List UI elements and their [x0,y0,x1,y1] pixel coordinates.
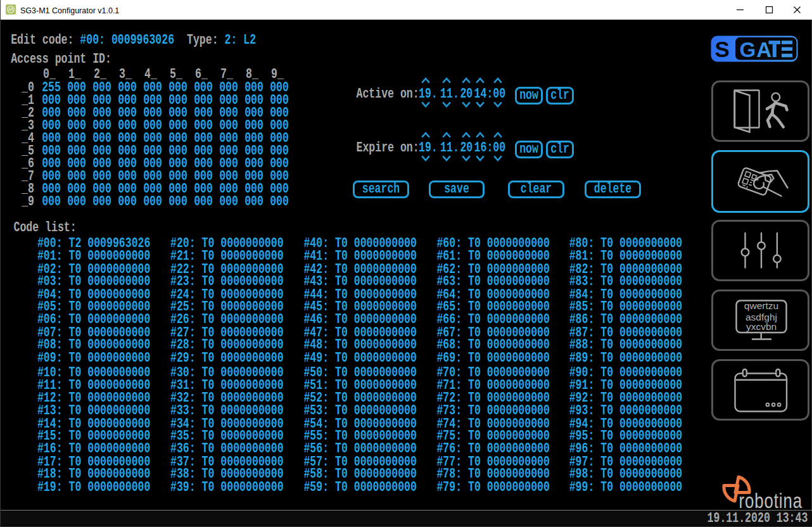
svg-text:GA: GA [740,38,773,61]
svg-text:yxcvbn: yxcvbn [746,321,777,332]
svg-text:qwertzu: qwertzu [744,300,778,311]
svg-text:robotina: robotina [739,488,802,511]
svg-text:asdfghj: asdfghj [745,312,777,322]
svg-text:S: S [715,37,730,61]
